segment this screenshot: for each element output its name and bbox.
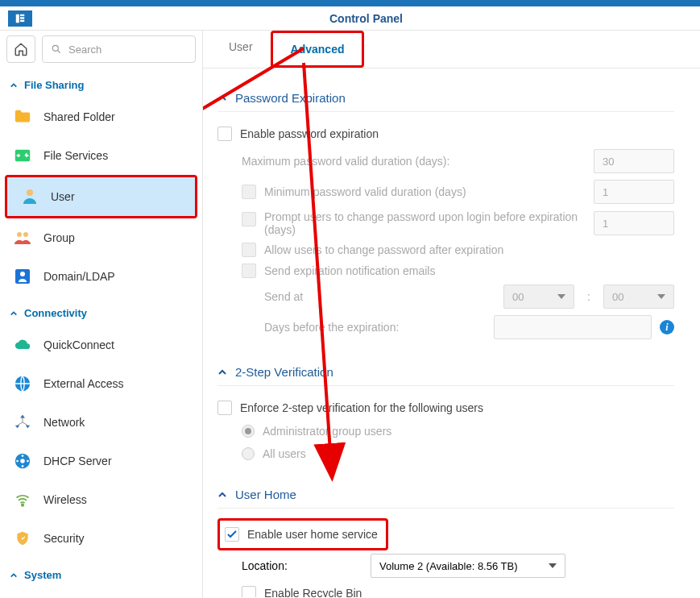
search-icon (51, 44, 62, 55)
chevron-down-icon (657, 294, 665, 299)
nav-label: QuickConnect (43, 338, 114, 351)
input-days-before[interactable] (494, 315, 652, 339)
nav-label: External Access (43, 377, 124, 390)
checkbox-label: Allow users to change password after exp… (264, 243, 503, 256)
main-panel: User Advanced Password Expiration Enable… (203, 31, 700, 598)
svg-rect-1 (20, 14, 24, 15)
domain-icon (13, 267, 32, 286)
input-prompt-days[interactable] (594, 211, 674, 235)
svg-point-16 (22, 465, 24, 467)
sidebar-item-user[interactable]: User (7, 177, 195, 216)
dropdown-send-min[interactable]: 00 (603, 284, 674, 309)
svg-rect-0 (16, 14, 19, 23)
sidebar-item-network[interactable]: Network (0, 403, 202, 442)
checkbox-label: Minimum password valid duration (days) (264, 185, 586, 198)
sidebar-item-security[interactable]: Security (0, 519, 202, 558)
checkbox-allow-change[interactable] (242, 243, 256, 257)
info-icon[interactable]: i (660, 320, 674, 334)
svg-line-5 (58, 51, 60, 53)
chevron-up-icon (10, 571, 18, 579)
radio-admin-users[interactable] (242, 425, 255, 438)
user-icon (20, 187, 39, 206)
group-title: Password Expiration (235, 91, 346, 105)
section-system[interactable]: System (0, 558, 202, 588)
network-icon (13, 413, 32, 432)
field-label: Days before the expiration: (264, 321, 486, 334)
section-label: File Sharing (24, 79, 84, 91)
field-label: Location: (242, 559, 362, 572)
svg-rect-3 (20, 19, 24, 21)
sidebar-item-dhcp[interactable]: DHCP Server (0, 442, 202, 480)
search-placeholder: Search (68, 44, 101, 56)
radio-all-users[interactable] (242, 447, 255, 460)
svg-point-15 (22, 455, 24, 457)
group-user-home[interactable]: User Home (217, 480, 674, 509)
nav-label: DHCP Server (43, 455, 112, 467)
sidebar-item-wireless[interactable]: Wireless (0, 480, 202, 519)
field-label: Maximum password valid duration (days): (242, 155, 586, 168)
file-services-icon (13, 146, 32, 165)
svg-point-9 (23, 232, 28, 237)
svg-point-14 (20, 459, 25, 463)
svg-point-11 (20, 272, 25, 276)
sidebar-item-quickconnect[interactable]: QuickConnect (0, 326, 202, 364)
checkbox-min-duration[interactable] (242, 185, 256, 199)
checkbox-prompt-users[interactable] (242, 212, 256, 226)
sidebar-item-external-access[interactable]: External Access (0, 364, 202, 403)
nav-label: Security (43, 532, 85, 545)
section-connectivity[interactable]: Connectivity (0, 296, 202, 326)
sidebar: Search File Sharing Shared Folder File S… (0, 31, 203, 598)
dropdown-send-hour[interactable]: 00 (503, 284, 574, 309)
search-input[interactable]: Search (42, 35, 196, 63)
checkbox-label: Enforce 2-step verification for the foll… (240, 401, 483, 414)
group-title: User Home (235, 488, 296, 501)
chevron-up-icon (217, 93, 227, 103)
checkbox-enforce-2step[interactable] (217, 401, 232, 415)
tab-advanced[interactable]: Advanced (271, 31, 365, 68)
app-icon (8, 10, 32, 27)
dropdown-location[interactable]: Volume 2 (Available: 8.56 TB) (371, 554, 565, 578)
checkbox-label: Enable user home service (247, 528, 378, 541)
globe-icon (13, 374, 32, 393)
home-button[interactable] (6, 35, 35, 63)
group-title: 2-Step Verification (235, 365, 333, 379)
sidebar-item-file-services[interactable]: File Services (0, 136, 202, 175)
dropdown-value: 00 (512, 291, 524, 303)
svg-rect-2 (20, 17, 24, 19)
checkbox-enable-user-home[interactable] (225, 527, 239, 542)
chevron-up-icon (10, 309, 18, 318)
group-password-expiration[interactable]: Password Expiration (217, 83, 674, 112)
tab-user[interactable]: User (211, 31, 271, 68)
dhcp-icon (13, 451, 32, 471)
sidebar-item-domain-ldap[interactable]: Domain/LDAP (0, 257, 202, 296)
field-label: Send at (264, 290, 495, 303)
input-min-duration[interactable] (594, 180, 674, 204)
folder-icon (13, 107, 32, 127)
window-title: Control Panel (32, 12, 700, 25)
checkbox-label: Send expiration notification emails (264, 264, 435, 277)
svg-point-19 (22, 504, 24, 506)
svg-point-8 (17, 232, 22, 237)
checkbox-send-email[interactable] (242, 264, 256, 278)
nav-label: Network (43, 416, 85, 429)
group-icon (13, 228, 32, 247)
sidebar-item-group[interactable]: Group (0, 218, 202, 257)
shield-icon (13, 529, 32, 548)
sidebar-item-shared-folder[interactable]: Shared Folder (0, 98, 202, 136)
input-max-duration[interactable] (594, 149, 674, 173)
section-label: Connectivity (24, 307, 87, 319)
cloud-icon (13, 335, 32, 355)
svg-point-18 (27, 460, 29, 463)
radio-label: All users (263, 447, 306, 460)
group-2step[interactable]: 2-Step Verification (217, 357, 674, 386)
checkbox-enable-expiration[interactable] (217, 127, 232, 141)
nav-label: Shared Folder (43, 110, 115, 123)
section-label: System (24, 569, 61, 581)
checkbox-label: Prompt users to change password upon log… (264, 210, 586, 236)
chevron-up-icon (217, 490, 227, 500)
chevron-up-icon (10, 81, 18, 89)
checkbox-enable-recycle[interactable] (242, 586, 256, 597)
section-file-sharing[interactable]: File Sharing (0, 68, 202, 98)
dropdown-value: 00 (612, 291, 623, 303)
nav-label: User (51, 190, 75, 203)
